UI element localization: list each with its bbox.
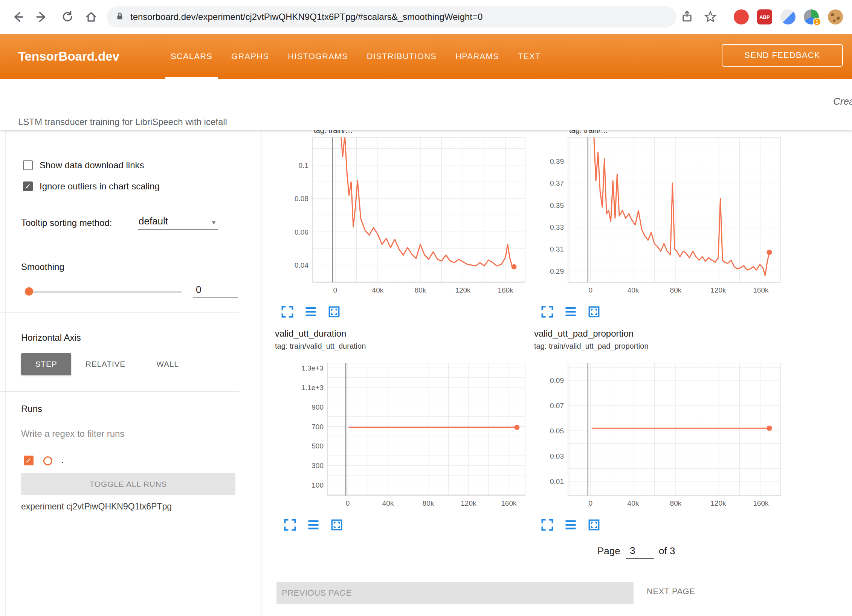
svg-text:80k: 80k [670,499,682,507]
svg-text:100: 100 [311,481,324,489]
svg-text:0: 0 [346,499,350,507]
fit-domain-icon[interactable] [587,305,601,319]
svg-text:40k: 40k [372,286,384,294]
svg-text:900: 900 [311,403,324,411]
svg-text:0.09: 0.09 [550,377,564,384]
svg-text:0.03: 0.03 [550,452,564,460]
settings-sidebar: Show data download links ✓ Ignore outlie… [0,130,261,616]
profile-avatar[interactable]: 1 [804,9,819,24]
fit-domain-icon[interactable] [330,518,344,532]
expand-chart-icon[interactable] [541,518,554,532]
run-checkbox[interactable]: ✓ [24,456,34,465]
fit-domain-icon[interactable] [327,305,341,319]
svg-text:0.39: 0.39 [550,157,564,165]
page-number-input[interactable] [626,543,654,559]
chart-toolbar [281,305,341,319]
svg-text:0.06: 0.06 [295,228,308,236]
tab-histograms[interactable]: HISTOGRAMS [282,34,354,79]
run-filter-input[interactable] [21,423,238,444]
reload-icon[interactable] [60,10,74,25]
run-table-icon[interactable] [564,518,577,532]
chart-plot-top-right[interactable]: 040k80k120k160k0.290.310.330.350.370.39 [542,137,785,297]
tab-hparams[interactable]: HPARAMS [449,34,505,79]
smoothing-slider-track[interactable] [30,291,182,293]
app-header: TensorBoard.dev SCALARS GRAPHS HISTOGRAM… [0,34,852,79]
previous-page-button[interactable]: PREVIOUS PAGE [276,582,634,604]
svg-text:0.08: 0.08 [295,195,308,203]
expand-chart-icon[interactable] [541,305,554,319]
tooltip-sorting-label: Tooltip sorting method: [21,218,112,228]
svg-text:120k: 120k [710,286,726,294]
extension-blue-icon[interactable] [780,9,796,24]
chart-tag: tag: train/valid_utt_duration [275,342,366,351]
chart-plot-top-left[interactable]: 040k80k120k160k0.040.060.080.1 [286,137,529,297]
axis-relative-button[interactable]: RELATIVE [75,353,136,375]
svg-text:300: 300 [311,462,324,470]
back-icon[interactable] [11,10,24,25]
axis-step-button[interactable]: STEP [21,353,71,375]
tab-distributions[interactable]: DISTRIBUTIONS [361,34,443,79]
page-of-label: of 3 [659,545,675,557]
share-icon[interactable] [680,10,694,25]
svg-text:1.3e+3: 1.3e+3 [301,364,324,372]
svg-text:80k: 80k [670,286,682,294]
svg-text:160k: 160k [501,499,517,507]
tooltip-sorting-select[interactable]: default ▾ [138,214,218,230]
next-page-button[interactable]: NEXT PAGE [647,587,695,596]
svg-text:40k: 40k [382,499,394,507]
experiment-id-label: experiment cj2vtPiwQHKN9Q1tx6PTpg [21,502,172,512]
run-name: . [61,454,64,466]
svg-text:0: 0 [589,286,593,294]
smoothing-label: Smoothing [21,262,64,272]
extension-abp-icon[interactable]: ABP [757,9,772,24]
toggle-all-runs-button[interactable]: TOGGLE ALL RUNS [21,473,235,495]
show-download-label: Show data download links [40,160,144,171]
svg-text:0: 0 [589,499,593,507]
expand-chart-icon[interactable] [283,518,297,532]
divider [0,242,240,242]
send-feedback-button[interactable]: SEND FEEDBACK [722,44,843,67]
smoothing-slider-thumb[interactable] [25,287,33,296]
tab-graphs[interactable]: GRAPHS [225,34,275,79]
forward-icon[interactable] [35,10,49,25]
svg-text:0.33: 0.33 [550,223,564,231]
show-download-checkbox[interactable] [23,160,33,170]
app-logo[interactable]: TensorBoard.dev [18,34,119,79]
chart-toolbar [541,518,601,532]
url-text: tensorboard.dev/experiment/cj2vtPiwQHKN9… [130,12,482,22]
home-icon[interactable] [84,10,98,25]
divider [0,391,240,392]
subheader: Crea LSTM transducer training for LibriS… [0,79,852,130]
svg-text:160k: 160k [498,286,513,294]
chart-tag: tag: train/valid_utt_pad_proportion [534,342,649,351]
url-bar[interactable]: tensorboard.dev/experiment/cj2vtPiwQHKN9… [107,6,676,27]
svg-text:0.31: 0.31 [550,245,564,253]
lock-icon [115,12,124,22]
show-download-row: Show data download links [23,160,144,171]
bookmark-star-icon[interactable] [704,10,717,25]
run-table-icon[interactable] [304,305,318,319]
svg-text:0.04: 0.04 [295,261,308,269]
tab-scalars[interactable]: SCALARS [165,34,218,79]
fit-domain-icon[interactable] [587,518,601,532]
svg-text:80k: 80k [423,499,434,507]
cookie-icon[interactable] [828,9,843,24]
run-table-icon[interactable] [564,305,577,319]
tab-text[interactable]: TEXT [512,34,547,79]
chart-plot-bottom-left[interactable]: 040k80k120k160k1003005007009001.1e+31.3e… [301,363,529,511]
chart-plot-bottom-right[interactable]: 040k80k120k160k0.010.030.050.070.09 [542,363,785,511]
chevron-down-icon: ▾ [212,218,215,227]
check-icon: ✓ [25,183,31,190]
extension-red-icon[interactable] [734,9,749,24]
runs-label: Runs [21,404,42,414]
svg-text:0.05: 0.05 [550,427,564,435]
chart-title: valid_utt_duration [275,328,346,339]
smoothing-value-input[interactable] [193,282,238,298]
svg-text:0: 0 [333,286,337,294]
axis-wall-button[interactable]: WALL [145,353,190,375]
svg-text:0.1: 0.1 [299,162,308,169]
run-table-icon[interactable] [307,518,320,532]
expand-chart-icon[interactable] [281,305,294,319]
run-color-swatch[interactable] [43,456,52,465]
ignore-outliers-checkbox[interactable]: ✓ [23,181,33,191]
